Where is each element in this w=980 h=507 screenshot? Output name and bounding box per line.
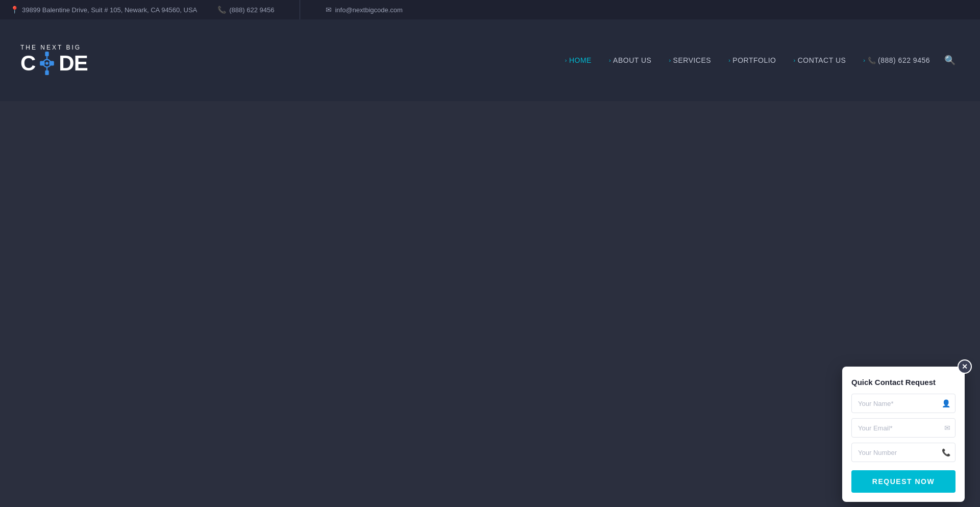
name-input-wrap: 👤 xyxy=(851,394,955,413)
number-input-wrap: 📞 xyxy=(851,443,955,462)
svg-rect-1 xyxy=(45,70,49,75)
chevron-contact: › xyxy=(793,57,795,63)
main-content: ✕ Quick Contact Request 👤 ✉ 📞 REQUEST NO… xyxy=(0,101,980,507)
user-icon: 👤 xyxy=(942,399,950,407)
nav-item-contact[interactable]: › CONTACT US xyxy=(786,52,853,68)
chevron-home: › xyxy=(565,57,567,63)
header: THE NEXT BIG C DE xyxy=(0,19,980,101)
phone-nav-icon: 📞 xyxy=(868,57,876,64)
main-nav: › HOME › ABOUT US › SERVICES › PORTFOLIO… xyxy=(558,51,960,70)
phone-item[interactable]: 📞 (888) 622 9456 xyxy=(217,6,274,14)
chevron-portfolio: › xyxy=(728,57,730,63)
email-icon: ✉ xyxy=(326,6,332,14)
nav-label-portfolio: PORTFOLIO xyxy=(732,56,776,64)
nav-label-home: HOME xyxy=(569,56,592,64)
nav-item-services[interactable]: › SERVICES xyxy=(662,52,718,68)
chevron-about: › xyxy=(609,57,611,63)
nav-item-phone[interactable]: › 📞 (888) 622 9456 xyxy=(856,52,937,68)
logo-main: C DE xyxy=(20,51,88,76)
logo-area[interactable]: THE NEXT BIG C DE xyxy=(20,44,88,76)
phone-icon: 📞 xyxy=(217,6,226,14)
address-text: 39899 Balentine Drive, Suit # 105, Newar… xyxy=(22,6,197,14)
logo-de: DE xyxy=(59,53,87,74)
nav-label-services: SERVICES xyxy=(673,56,712,64)
svg-point-5 xyxy=(46,62,49,65)
top-bar: 📍 39899 Balentine Drive, Suit # 105, New… xyxy=(0,0,980,19)
email-input-wrap: ✉ xyxy=(851,418,955,438)
nav-label-about: ABOUT US xyxy=(613,56,651,64)
logo-icon-svg xyxy=(39,52,55,75)
logo-icon-wrap xyxy=(37,51,57,76)
top-bar-divider xyxy=(300,0,300,19)
nav-item-home[interactable]: › HOME xyxy=(558,52,599,68)
phone-field-icon: 📞 xyxy=(942,448,950,456)
phone-text: (888) 622 9456 xyxy=(229,6,274,14)
popup-close-button[interactable]: ✕ xyxy=(958,359,972,374)
nav-item-portfolio[interactable]: › PORTFOLIO xyxy=(721,52,783,68)
nav-label-contact: CONTACT US xyxy=(798,56,846,64)
email-text: info@nextbigcode.com xyxy=(335,6,402,14)
svg-rect-0 xyxy=(45,52,49,56)
number-input[interactable] xyxy=(851,443,955,462)
nav-label-phone: (888) 622 9456 xyxy=(878,56,930,64)
search-button[interactable]: 🔍 xyxy=(940,51,960,70)
email-input[interactable] xyxy=(851,418,955,438)
email-item[interactable]: ✉ info@nextbigcode.com xyxy=(326,6,402,14)
popup-title: Quick Contact Request xyxy=(851,378,955,387)
logo-text-top: THE NEXT BIG xyxy=(20,44,81,51)
chevron-services: › xyxy=(669,57,671,63)
name-input[interactable] xyxy=(851,394,955,413)
mail-icon: ✉ xyxy=(944,424,950,432)
request-now-button[interactable]: REQUEST NOW xyxy=(851,470,955,493)
address-item: 📍 39899 Balentine Drive, Suit # 105, New… xyxy=(10,6,197,14)
chevron-phone: › xyxy=(863,57,865,63)
nav-item-about[interactable]: › ABOUT US xyxy=(602,52,658,68)
logo-c: C xyxy=(20,53,35,74)
location-icon: 📍 xyxy=(10,6,19,14)
quick-contact-popup: ✕ Quick Contact Request 👤 ✉ 📞 REQUEST NO… xyxy=(842,367,965,502)
